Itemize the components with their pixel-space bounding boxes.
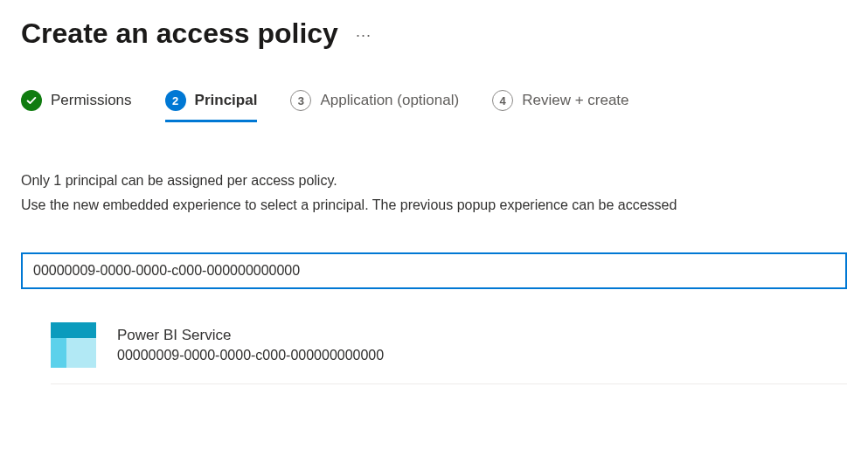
step-number-icon: 4 — [492, 90, 513, 111]
tab-label: Principal — [195, 92, 258, 109]
wizard-tabs: Permissions 2 Principal 3 Application (o… — [21, 90, 847, 122]
description-line-1: Only 1 principal can be assigned per acc… — [21, 171, 847, 190]
tab-principal[interactable]: 2 Principal — [165, 90, 258, 122]
result-id: 00000009-0000-0000-c000-000000000000 — [117, 348, 384, 363]
svg-rect-1 — [51, 338, 66, 368]
result-name: Power BI Service — [117, 327, 384, 344]
tab-review-create[interactable]: 4 Review + create — [492, 90, 628, 122]
principal-search-input[interactable] — [21, 252, 847, 289]
tab-label: Permissions — [51, 92, 132, 109]
description-line-2: Use the new embedded experience to selec… — [21, 196, 847, 215]
more-icon[interactable]: ··· — [356, 26, 372, 45]
page-title: Create an access policy — [21, 17, 338, 50]
step-number-icon: 2 — [165, 90, 186, 111]
app-icon — [51, 322, 96, 368]
tab-label: Application (optional) — [320, 92, 459, 109]
tab-application[interactable]: 3 Application (optional) — [290, 90, 459, 122]
checkmark-icon — [21, 90, 42, 111]
svg-rect-0 — [51, 322, 96, 338]
result-item-power-bi-service[interactable]: Power BI Service 00000009-0000-0000-c000… — [51, 314, 847, 384]
search-results: Power BI Service 00000009-0000-0000-c000… — [21, 314, 847, 384]
tab-permissions[interactable]: Permissions — [21, 90, 132, 122]
tab-label: Review + create — [522, 92, 628, 109]
step-number-icon: 3 — [290, 90, 311, 111]
svg-rect-2 — [66, 338, 96, 368]
